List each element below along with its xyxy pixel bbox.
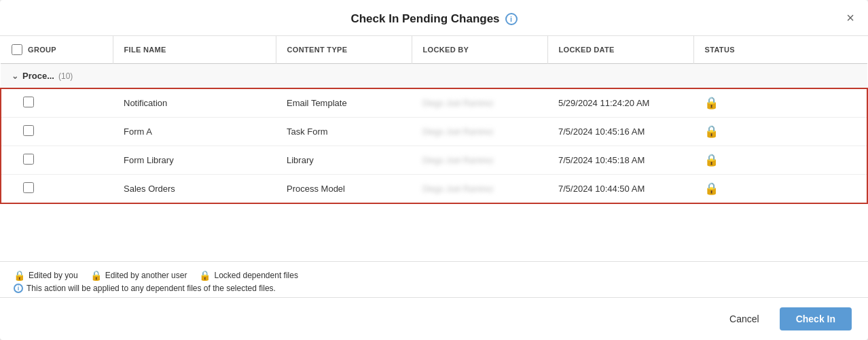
- content-type-cell-3: Library: [276, 146, 412, 175]
- col-header-locked-by: LOCKED BY: [412, 36, 547, 64]
- row-checkbox-4[interactable]: [23, 182, 34, 193]
- legend-edited-by-you: 🔒 Edited by you: [14, 270, 78, 281]
- expand-chevron[interactable]: ⌄: [12, 71, 18, 81]
- locked-by-cell-4: Diego Joel Ramirez: [412, 175, 547, 204]
- lock-icon-red-1: 🔒: [704, 97, 719, 109]
- row-checkbox-cell: [1, 118, 113, 146]
- group-row: ⌄ Proce... (10): [1, 64, 867, 89]
- lock-icon-red-4: 🔒: [704, 182, 719, 195]
- checkin-button[interactable]: Check In: [780, 307, 852, 330]
- legend-area: 🔒 Edited by you 🔒 Edited by another user…: [0, 262, 868, 297]
- locked-by-cell-3: Diego Joel Ramirez: [412, 146, 547, 175]
- row-checkbox-cell: [1, 146, 113, 175]
- legend-edited-by-you-label: Edited by you: [29, 271, 78, 280]
- status-cell-1: 🔒: [693, 88, 867, 118]
- modal-body: GROUP FILE NAME CONTENT TYPE LOCKED BY L…: [0, 36, 868, 297]
- locked-date-cell-1: 5/29/2024 11:24:20 AM: [547, 88, 693, 118]
- table-row: Notification Email Template Diego Joel R…: [1, 88, 867, 118]
- content-type-cell-4: Process Model: [276, 175, 412, 204]
- legend-locked-dependent-label: Locked dependent files: [214, 271, 297, 280]
- table-row: Form A Task Form Diego Joel Ramirez 7/5/…: [1, 118, 867, 146]
- row-checkbox-2[interactable]: [23, 125, 34, 136]
- lock-red-icon: 🔒: [90, 270, 102, 281]
- table-row: Form Library Library Diego Joel Ramirez …: [1, 146, 867, 175]
- col-header-filename: FILE NAME: [113, 36, 276, 64]
- cancel-button[interactable]: Cancel: [717, 308, 772, 330]
- modal-header: Check In Pending Changes i ×: [0, 0, 868, 36]
- legend-edited-by-another-label: Edited by another user: [105, 271, 187, 280]
- select-all-checkbox[interactable]: [12, 44, 22, 55]
- row-checkbox-cell: [1, 175, 113, 204]
- legend-info-text: This action will be applied to any depen…: [26, 284, 276, 293]
- locked-date-cell-4: 7/5/2024 10:44:50 AM: [547, 175, 693, 204]
- locked-by-cell-1: Diego Joel Ramirez: [412, 88, 547, 118]
- table-header: GROUP FILE NAME CONTENT TYPE LOCKED BY L…: [1, 36, 867, 64]
- lock-green-icon: 🔒: [14, 270, 25, 281]
- row-checkbox-cell: [1, 88, 113, 118]
- lock-blue-icon: 🔒: [199, 270, 211, 281]
- status-cell-4: 🔒: [693, 175, 867, 204]
- info-circle-icon: i: [14, 284, 23, 293]
- lock-icon-red-3: 🔒: [704, 154, 719, 167]
- modal-title-text: Check In Pending Changes: [350, 12, 499, 26]
- legend-row-2: i This action will be applied to any dep…: [14, 284, 854, 293]
- legend-edited-by-another: 🔒 Edited by another user: [90, 270, 187, 281]
- modal-footer: Cancel Check In: [0, 297, 868, 340]
- col-header-group: GROUP: [1, 36, 113, 64]
- status-cell-2: 🔒: [693, 118, 867, 146]
- locked-by-cell-2: Diego Joel Ramirez: [412, 118, 547, 146]
- col-header-content-type: CONTENT TYPE: [276, 36, 412, 64]
- row-checkbox-1[interactable]: [23, 97, 34, 107]
- lock-icon-red-2: 🔒: [704, 125, 719, 138]
- modal-title: Check In Pending Changes i: [350, 12, 517, 26]
- col-header-locked-date: LOCKED DATE: [547, 36, 693, 64]
- table-container[interactable]: GROUP FILE NAME CONTENT TYPE LOCKED BY L…: [0, 36, 868, 262]
- content-type-cell-1: Email Template: [276, 88, 412, 118]
- col-header-status: STATUS: [693, 36, 867, 64]
- locked-date-cell-2: 7/5/2024 10:45:16 AM: [547, 118, 693, 146]
- group-row-cell: ⌄ Proce... (10): [1, 64, 867, 89]
- legend-row-1: 🔒 Edited by you 🔒 Edited by another user…: [14, 270, 854, 281]
- content-type-cell-2: Task Form: [276, 118, 412, 146]
- legend-info: i This action will be applied to any dep…: [14, 284, 276, 293]
- filename-cell-3: Form Library: [113, 146, 276, 175]
- filename-cell-1: Notification: [113, 88, 276, 118]
- status-cell-3: 🔒: [693, 146, 867, 175]
- locked-date-cell-3: 7/5/2024 10:45:18 AM: [547, 146, 693, 175]
- check-in-modal: Check In Pending Changes i ×: [0, 0, 868, 340]
- legend-locked-dependent: 🔒 Locked dependent files: [199, 270, 297, 281]
- row-checkbox-3[interactable]: [23, 154, 34, 165]
- group-name: Proce...: [22, 71, 54, 81]
- info-icon[interactable]: i: [505, 13, 518, 25]
- close-button[interactable]: ×: [846, 11, 854, 24]
- group-count: (10): [58, 71, 73, 81]
- filename-cell-2: Form A: [113, 118, 276, 146]
- pending-changes-table: GROUP FILE NAME CONTENT TYPE LOCKED BY L…: [0, 36, 868, 204]
- table-row: Sales Orders Process Model Diego Joel Ra…: [1, 175, 867, 204]
- filename-cell-4: Sales Orders: [113, 175, 276, 204]
